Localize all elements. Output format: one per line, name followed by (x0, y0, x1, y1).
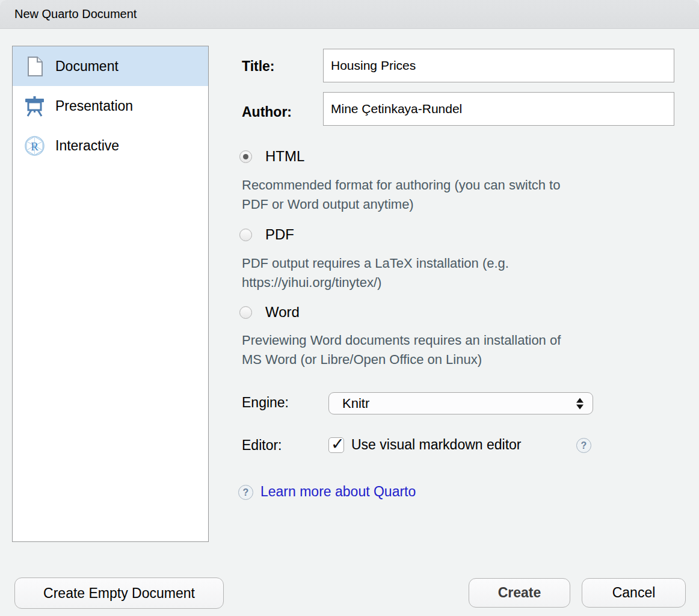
select-stepper-icon (576, 398, 584, 409)
word-radio-label: Word (265, 304, 300, 321)
interactive-icon: R (23, 135, 46, 157)
format-type-list: Document Presentation R Interactive (12, 46, 209, 542)
editor-label: Editor: (242, 437, 282, 454)
title-label: Title: (242, 58, 275, 75)
create-empty-document-button[interactable]: Create Empty Document (14, 578, 224, 609)
html-description: Recommended format for authoring (you ca… (242, 176, 681, 214)
learn-more-help-icon[interactable]: ? (238, 485, 253, 500)
title-input[interactable] (323, 49, 674, 82)
document-icon (23, 55, 46, 78)
pdf-radio[interactable] (239, 229, 252, 241)
svg-text:R: R (31, 140, 38, 152)
sidebar-item-presentation[interactable]: Presentation (13, 86, 208, 126)
sidebar-item-document[interactable]: Document (13, 46, 208, 86)
word-radio[interactable] (239, 306, 252, 319)
visual-editor-checkbox-label: Use visual markdown editor (351, 437, 522, 453)
format-option-html[interactable]: HTML (239, 148, 304, 165)
visual-editor-help-icon[interactable]: ? (576, 438, 591, 453)
format-option-pdf[interactable]: PDF (239, 226, 294, 243)
engine-select-value: Knitr (342, 396, 369, 411)
author-input[interactable] (323, 92, 674, 126)
sidebar-item-interactive[interactable]: R Interactive (13, 126, 208, 165)
sidebar-item-label: Presentation (55, 98, 133, 114)
pdf-radio-label: PDF (265, 226, 294, 243)
new-quarto-document-dialog: New Quarto Document Document Presentatio… (0, 0, 699, 616)
visual-editor-checkbox[interactable] (328, 437, 344, 453)
author-label: Author: (242, 104, 292, 120)
dialog-titlebar: New Quarto Document (0, 0, 699, 29)
learn-more-link[interactable]: Learn more about Quarto (260, 484, 416, 500)
sidebar-item-label: Interactive (55, 138, 119, 154)
word-description: Previewing Word documents requires an in… (242, 331, 681, 369)
html-radio[interactable] (239, 150, 252, 163)
engine-label: Engine: (242, 395, 289, 411)
cancel-button[interactable]: Cancel (582, 578, 686, 608)
pdf-description: PDF output requires a LaTeX installation… (242, 254, 681, 292)
engine-select[interactable]: Knitr (328, 392, 593, 414)
dialog-title: New Quarto Document (14, 7, 137, 21)
html-radio-label: HTML (265, 148, 304, 165)
create-button[interactable]: Create (469, 578, 570, 608)
sidebar-item-label: Document (55, 58, 119, 75)
format-option-word[interactable]: Word (239, 304, 300, 321)
presentation-icon (23, 95, 46, 117)
